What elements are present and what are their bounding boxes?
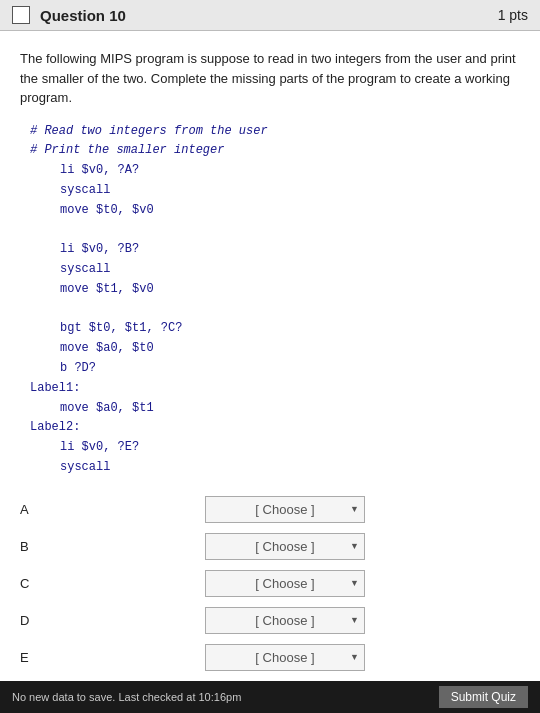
code-line-5: li $v0, ?B?	[30, 240, 520, 260]
question-title: Question 10	[40, 7, 488, 24]
code-label1: Label1:	[30, 379, 520, 399]
question-checkbox	[12, 6, 30, 24]
code-line-6: syscall	[30, 260, 520, 280]
answer-label-b: B	[20, 539, 50, 554]
bottom-bar: No new data to save. Last checked at 10:…	[0, 681, 540, 713]
code-comment-2: # Print the smaller integer	[30, 141, 520, 161]
code-line-11: b ?D?	[30, 359, 520, 379]
answer-section: A [ Choose ] 4 5 8 Label1 Label2 B	[20, 496, 520, 671]
answer-row-e: E [ Choose ] 4 5 8 Label1 Label2	[20, 644, 520, 671]
code-line-1: li $v0, ?A?	[30, 161, 520, 181]
bottom-status-text: No new data to save. Last checked at 10:…	[12, 691, 241, 703]
answer-select-c[interactable]: [ Choose ] 4 5 8 Label1 Label2	[205, 570, 365, 597]
code-comment-1: # Read two integers from the user	[30, 122, 520, 142]
question-pts: 1 pts	[498, 7, 528, 23]
answer-label-e: E	[20, 650, 50, 665]
question-header: Question 10 1 pts	[0, 0, 540, 31]
answer-label-a: A	[20, 502, 50, 517]
answer-select-a[interactable]: [ Choose ] 4 5 8 Label1 Label2	[205, 496, 365, 523]
answer-label-c: C	[20, 576, 50, 591]
code-line-2: syscall	[30, 181, 520, 201]
code-line-10: move $a0, $t0	[30, 339, 520, 359]
code-line-7: move $t1, $v0	[30, 280, 520, 300]
main-content: The following MIPS program is suppose to…	[0, 31, 540, 691]
answer-select-b[interactable]: [ Choose ] 4 5 8 Label1 Label2	[205, 533, 365, 560]
answer-select-d[interactable]: [ Choose ] 4 5 8 Label1 Label2	[205, 607, 365, 634]
answer-row-b: B [ Choose ] 4 5 8 Label1 Label2	[20, 533, 520, 560]
code-label2: Label2:	[30, 418, 520, 438]
code-line-12: move $a0, $t1	[30, 399, 520, 419]
answer-label-d: D	[20, 613, 50, 628]
code-line-3: move $t0, $v0	[30, 201, 520, 221]
code-line-13: li $v0, ?E?	[30, 438, 520, 458]
code-block: # Read two integers from the user # Prin…	[20, 122, 520, 478]
code-line-14: syscall	[30, 458, 520, 478]
answer-row-c: C [ Choose ] 4 5 8 Label1 Label2	[20, 570, 520, 597]
question-description: The following MIPS program is suppose to…	[20, 49, 520, 108]
answer-row-d: D [ Choose ] 4 5 8 Label1 Label2	[20, 607, 520, 634]
answer-select-e[interactable]: [ Choose ] 4 5 8 Label1 Label2	[205, 644, 365, 671]
submit-quiz-button[interactable]: Submit Quiz	[439, 686, 528, 708]
code-line-9: bgt $t0, $t1, ?C?	[30, 319, 520, 339]
answer-row-a: A [ Choose ] 4 5 8 Label1 Label2	[20, 496, 520, 523]
